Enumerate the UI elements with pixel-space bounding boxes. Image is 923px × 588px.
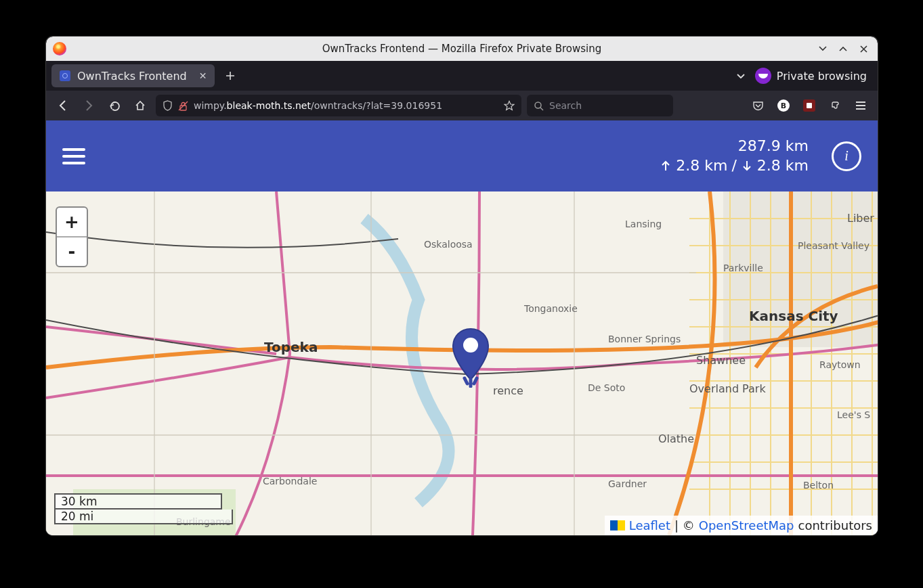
letter-b-icon: B: [777, 99, 790, 112]
map-label-raytown: Raytown: [819, 359, 861, 370]
map-label-lansing: Lansing: [625, 219, 662, 229]
tab-strip: OwnTracks Frontend ✕ Private browsing: [46, 61, 878, 91]
window-titlebar: OwnTracks Frontend — Mozilla Firefox Pri…: [46, 37, 878, 61]
search-bar[interactable]: Search: [527, 95, 673, 116]
reload-button[interactable]: [104, 95, 125, 116]
private-browsing-indicator: Private browsing: [755, 68, 867, 84]
forward-button[interactable]: [79, 95, 99, 116]
url-text: wimpy.bleak-moth.ts.net/owntracks/?lat=3…: [194, 100, 498, 111]
svg-point-1: [535, 102, 541, 108]
back-button[interactable]: [53, 95, 73, 116]
tab-favicon-icon: [60, 70, 70, 81]
map-label-desoto: De Soto: [588, 382, 625, 393]
map-label-gardner: Gardner: [608, 478, 647, 489]
leaflet-link[interactable]: Leaflet: [629, 518, 670, 533]
map-canvas[interactable]: LansingLiberOskaloosaPleasant ValleyPark…: [46, 191, 878, 535]
ublock-icon: [803, 99, 815, 112]
search-placeholder: Search: [549, 100, 582, 111]
distance-sep: /: [731, 156, 736, 176]
bookmark-star-icon[interactable]: [504, 100, 515, 111]
toolbar-right: B: [748, 95, 871, 116]
tab-dropdown-button[interactable]: [736, 71, 746, 81]
map-label-lawrence: rence: [493, 384, 523, 397]
scale-mi: 20 mi: [54, 510, 233, 524]
zoom-control: + -: [56, 206, 88, 267]
menu-button[interactable]: [62, 148, 85, 164]
map-label-overland: Overland Park: [689, 382, 766, 395]
pocket-button[interactable]: [748, 95, 768, 116]
page-content: 287.9 km 2.8 km / 2.8 km i: [46, 120, 878, 535]
app-header: 287.9 km 2.8 km / 2.8 km i: [46, 120, 878, 191]
ukraine-flag-icon: [610, 520, 625, 530]
search-icon: [534, 101, 544, 111]
tab-title: OwnTracks Frontend: [77, 70, 187, 83]
window-title: OwnTracks Frontend — Mozilla Firefox Pri…: [46, 43, 878, 55]
new-tab-button[interactable]: [220, 66, 240, 86]
map-label-lees: Lee's S: [837, 409, 870, 420]
map-label-oskaloosa: Oskaloosa: [424, 239, 473, 250]
zoom-out-button[interactable]: -: [57, 236, 87, 266]
map-label-liberty: Liber: [847, 212, 874, 225]
home-button[interactable]: [130, 95, 150, 116]
tab-close-button[interactable]: ✕: [199, 70, 207, 81]
attrib-suffix: contributors: [798, 518, 872, 533]
osm-link[interactable]: OpenStreetMap: [699, 518, 794, 533]
map-label-kansascity: Kansas City: [749, 308, 838, 324]
distance-total: 287.9 km: [660, 137, 809, 156]
distance-stats: 287.9 km 2.8 km / 2.8 km: [660, 137, 809, 175]
distance-up: 2.8 km: [676, 156, 727, 176]
map-attribution: Leaflet | © OpenStreetMap contributors: [605, 516, 878, 535]
scale-km: 30 km: [54, 493, 222, 510]
extension-b-button[interactable]: B: [773, 95, 794, 116]
app-menu-button[interactable]: [851, 95, 871, 116]
private-label: Private browsing: [777, 70, 867, 83]
tab-active[interactable]: OwnTracks Frontend ✕: [51, 64, 215, 87]
map-label-tonganoxie: Tonganoxie: [524, 303, 578, 314]
scale-control: 30 km 20 mi: [54, 493, 233, 524]
map-label-carbondale: Carbondale: [263, 476, 317, 487]
ublock-button[interactable]: [799, 95, 819, 116]
tabstrip-right: Private browsing: [736, 68, 872, 84]
extensions-button[interactable]: [825, 95, 845, 116]
map-label-parkville: Parkville: [723, 263, 763, 273]
map-label-shawnee: Shawnee: [696, 354, 746, 367]
map-label-pleasant: Pleasant Valley: [798, 240, 870, 251]
zoom-in-button[interactable]: +: [57, 208, 87, 236]
arrow-down-icon: [741, 160, 753, 172]
nav-toolbar: wimpy.bleak-moth.ts.net/owntracks/?lat=3…: [46, 91, 878, 120]
mask-icon: [755, 68, 771, 84]
map-label-olathe: Olathe: [658, 432, 694, 445]
attrib-sep: | ©: [674, 518, 695, 533]
map-label-topeka: Topeka: [264, 339, 318, 355]
distance-down: 2.8 km: [757, 156, 809, 176]
url-bar[interactable]: wimpy.bleak-moth.ts.net/owntracks/?lat=3…: [156, 95, 521, 116]
info-button[interactable]: i: [832, 141, 861, 171]
map-label-belton: Belton: [803, 480, 834, 491]
arrow-up-icon: [660, 160, 672, 172]
shield-icon: [163, 100, 173, 111]
map-label-bonner: Bonner Springs: [608, 334, 681, 344]
lock-insecure-icon: [178, 101, 188, 111]
browser-window: OwnTracks Frontend — Mozilla Firefox Pri…: [46, 37, 878, 535]
